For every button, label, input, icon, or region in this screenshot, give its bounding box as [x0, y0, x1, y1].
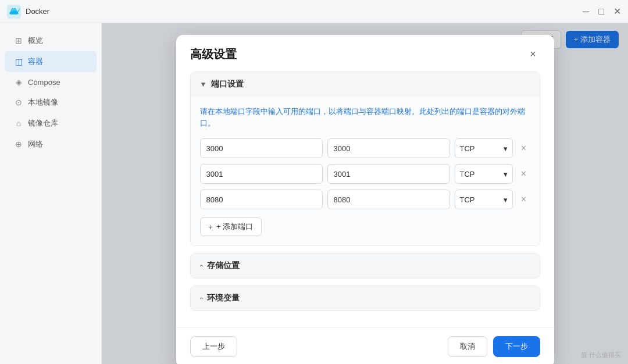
sidebar-item-label: 本地镜像	[28, 97, 58, 108]
protocol-chevron-icon-3: ▾	[504, 195, 508, 204]
protocol-chevron-icon-1: ▾	[504, 144, 508, 153]
port-row-1: TCP ▾ ×	[200, 138, 530, 158]
close-button[interactable]: ✕	[613, 7, 621, 16]
storage-section-title: 存储位置	[207, 260, 240, 271]
watermark: 值 什么值得买	[581, 351, 621, 359]
svg-rect-5	[14, 8, 16, 9]
dialog-footer: 上一步 取消 下一步	[176, 327, 554, 364]
sidebar-item-label: 网络	[28, 139, 43, 149]
protocol-select-3[interactable]: TCP ▾	[455, 190, 513, 209]
storage-section-header[interactable]: › 存储位置	[191, 254, 540, 278]
sidebar-item-label: 镜像仓库	[28, 118, 58, 129]
env-chevron-icon: ›	[197, 297, 205, 299]
app-title: Docker	[26, 7, 49, 16]
sidebar-item-registry[interactable]: ⌂ 镜像仓库	[5, 113, 97, 134]
ports-description: 请在本地端口字段中输入可用的端口，以将端口与容器端口映射。此处列出的端口是容器的…	[200, 106, 530, 129]
modal-backdrop: 高级设置 × ▼ 端口设置 请在本地端口字段中输入可用的端口，以将端口与容器端口…	[102, 23, 628, 364]
protocol-value-1: TCP	[460, 144, 475, 153]
add-port-label: + 添加端口	[216, 222, 253, 232]
cancel-button[interactable]: 取消	[448, 336, 487, 357]
container-port-input-1[interactable]	[327, 138, 450, 158]
sidebar-item-label: 概览	[28, 35, 43, 46]
sidebar-item-label: 容器	[28, 56, 43, 67]
svg-rect-3	[15, 9, 17, 10]
dialog-header: 高级设置 ×	[176, 35, 554, 72]
env-section: › 环境变量	[190, 286, 540, 311]
title-bar-controls: ─ □ ✕	[583, 7, 621, 16]
ports-section-header[interactable]: ▼ 端口设置	[191, 72, 540, 97]
port-row-3: TCP ▾ ×	[200, 190, 530, 209]
ports-section: ▼ 端口设置 请在本地端口字段中输入可用的端口，以将端口与容器端口映射。此处列出…	[190, 72, 540, 246]
add-port-button[interactable]: + + 添加端口	[200, 217, 262, 236]
svg-rect-2	[13, 9, 15, 10]
sidebar-item-images[interactable]: ⊙ 本地镜像	[5, 92, 97, 113]
sidebar-item-containers[interactable]: ◫ 容器	[5, 51, 97, 72]
dialog-body: ▼ 端口设置 请在本地端口字段中输入可用的端口，以将端口与容器端口映射。此处列出…	[176, 72, 554, 327]
title-bar-left: Docker	[7, 5, 49, 19]
overview-icon: ⊞	[14, 36, 23, 45]
protocol-value-2: TCP	[460, 170, 475, 179]
sidebar-item-overview[interactable]: ⊞ 概览	[5, 30, 97, 51]
local-port-input-2[interactable]	[200, 164, 323, 184]
title-bar: Docker ─ □ ✕	[0, 0, 628, 23]
delete-port-1-button[interactable]: ×	[518, 142, 530, 155]
delete-port-2-button[interactable]: ×	[518, 167, 530, 180]
ports-section-body: 请在本地端口字段中输入可用的端口，以将端口与容器端口映射。此处列出的端口是容器的…	[191, 97, 540, 245]
advanced-settings-dialog: 高级设置 × ▼ 端口设置 请在本地端口字段中输入可用的端口，以将端口与容器端口…	[176, 35, 554, 364]
back-button[interactable]: 上一步	[190, 336, 237, 357]
local-port-input-1[interactable]	[200, 138, 323, 158]
svg-rect-1	[11, 9, 13, 10]
sidebar-item-compose[interactable]: ◈ Compose	[5, 72, 97, 92]
sidebar-item-label: Compose	[28, 78, 60, 87]
maximize-button[interactable]: □	[598, 7, 604, 16]
docker-logo-icon	[7, 5, 21, 19]
port-row-2: TCP ▾ ×	[200, 164, 530, 184]
content-area: ↻ 刷新 + 添加容器 高级设置 ×	[102, 23, 628, 364]
sidebar: ⊞ 概览 ◫ 容器 ◈ Compose ⊙ 本地镜像 ⌂ 镜像仓库 ⊕ 网络	[0, 23, 102, 364]
app-body: ⊞ 概览 ◫ 容器 ◈ Compose ⊙ 本地镜像 ⌂ 镜像仓库 ⊕ 网络 ↻	[0, 23, 628, 364]
delete-port-3-button[interactable]: ×	[518, 193, 530, 206]
container-port-input-3[interactable]	[327, 190, 450, 209]
local-port-input-3[interactable]	[200, 190, 323, 209]
protocol-select-1[interactable]: TCP ▾	[455, 138, 513, 158]
env-section-header[interactable]: › 环境变量	[191, 286, 540, 311]
network-icon: ⊕	[14, 140, 23, 149]
svg-rect-4	[12, 8, 13, 9]
protocol-chevron-icon-2: ▾	[504, 170, 508, 179]
dialog-close-button[interactable]: ×	[526, 48, 540, 62]
next-button[interactable]: 下一步	[493, 336, 540, 357]
footer-right-buttons: 取消 下一步	[448, 336, 540, 357]
containers-icon: ◫	[14, 57, 23, 66]
env-section-title: 环境变量	[207, 293, 240, 304]
storage-section: › 存储位置	[190, 253, 540, 279]
minimize-button[interactable]: ─	[583, 7, 589, 16]
ports-chevron-icon: ▼	[200, 80, 207, 88]
container-port-input-2[interactable]	[327, 164, 450, 184]
protocol-value-3: TCP	[460, 195, 475, 204]
sidebar-item-network[interactable]: ⊕ 网络	[5, 134, 97, 155]
dialog-title: 高级设置	[190, 47, 237, 62]
protocol-select-2[interactable]: TCP ▾	[455, 164, 513, 184]
storage-chevron-icon: ›	[197, 265, 205, 267]
images-icon: ⊙	[14, 98, 23, 107]
ports-section-title: 端口设置	[211, 79, 244, 90]
compose-icon: ◈	[14, 77, 23, 87]
add-port-icon: +	[209, 223, 213, 231]
registry-icon: ⌂	[14, 119, 23, 128]
